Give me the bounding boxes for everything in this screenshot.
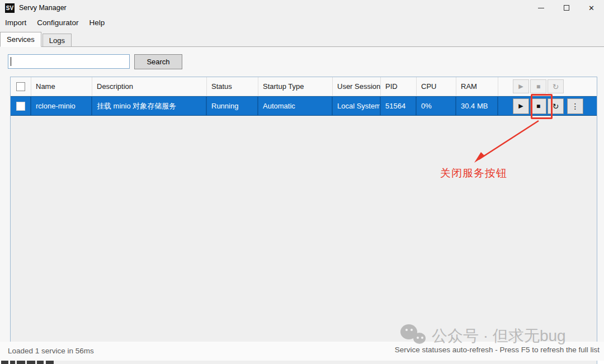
app-window: SV Servy Manager ✕ Import Configurator H… xyxy=(0,0,604,364)
row-checkbox[interactable] xyxy=(16,102,25,111)
refresh-icon: ↻ xyxy=(553,102,559,110)
watermark: 公众号 · 但求无bug xyxy=(400,324,566,348)
start-all-button[interactable]: ▶ xyxy=(513,79,529,93)
watermark-text: 公众号 · 但求无bug xyxy=(432,325,566,347)
table-row[interactable]: rclone-minio 挂载 minio 对象存储服务 Running Aut… xyxy=(11,96,597,116)
close-button[interactable]: ✕ xyxy=(579,0,604,16)
column-header-status[interactable]: Status xyxy=(207,77,258,96)
header-checkbox-cell xyxy=(11,77,31,96)
cell-status: Running xyxy=(207,97,258,115)
maximize-icon xyxy=(564,5,569,11)
start-service-button[interactable]: ▶ xyxy=(513,98,529,114)
annotation-arrow xyxy=(459,115,548,171)
column-header-name[interactable]: Name xyxy=(31,77,92,96)
column-header-user-session[interactable]: User Session xyxy=(333,77,381,96)
kebab-menu-icon: ⋮ xyxy=(572,102,579,111)
more-actions-button[interactable]: ⋮ xyxy=(567,98,583,114)
annotation-label: 关闭服务按钮 xyxy=(440,166,507,181)
tab-logs[interactable]: Logs xyxy=(43,34,72,46)
cell-cpu: 0% xyxy=(417,97,456,115)
search-input[interactable] xyxy=(8,54,130,69)
minimize-icon xyxy=(538,8,544,8)
refresh-icon: ↻ xyxy=(553,83,559,91)
play-icon: ▶ xyxy=(518,102,523,110)
close-icon: ✕ xyxy=(588,4,594,12)
stop-icon: ■ xyxy=(536,83,540,91)
maximize-button[interactable] xyxy=(554,0,579,16)
cell-ram: 30.4 MB xyxy=(456,97,498,115)
play-icon: ▶ xyxy=(518,83,523,90)
menu-help[interactable]: Help xyxy=(89,18,105,27)
column-header-startup-type[interactable]: Startup Type xyxy=(258,77,333,96)
app-icon: SV xyxy=(5,3,15,13)
column-header-description[interactable]: Description xyxy=(92,77,207,96)
cell-name: rclone-minio xyxy=(31,97,92,115)
services-tab-panel: Search Name Description Status Startup T… xyxy=(0,47,604,342)
tab-strip: Services Logs xyxy=(0,30,604,47)
search-button[interactable]: Search xyxy=(134,54,182,69)
wechat-icon xyxy=(400,324,430,348)
cell-user-session: Local System xyxy=(333,97,381,115)
cell-description: 挂载 minio 对象存储服务 xyxy=(92,97,207,115)
window-title: Servy Manager xyxy=(19,4,67,12)
stop-all-button[interactable]: ■ xyxy=(530,79,546,93)
cell-startup-type: Automatic xyxy=(258,97,333,115)
row-checkbox-cell xyxy=(11,97,31,115)
column-header-ram[interactable]: RAM xyxy=(456,77,498,96)
status-loaded-text: Loaded 1 service in 56ms xyxy=(8,347,94,355)
menu-configurator[interactable]: Configurator xyxy=(37,18,78,27)
select-all-checkbox[interactable] xyxy=(16,82,25,91)
tab-services[interactable]: Services xyxy=(0,32,41,47)
clipped-text-fragment xyxy=(0,361,67,364)
minimize-button[interactable] xyxy=(528,0,554,16)
header-actions-cell: ▶ ■ ↻ xyxy=(498,77,597,96)
text-caret xyxy=(11,57,11,66)
column-header-cpu[interactable]: CPU xyxy=(417,77,456,96)
cell-pid: 51564 xyxy=(381,97,417,115)
restart-all-button[interactable]: ↻ xyxy=(548,79,564,93)
menu-bar: Import Configurator Help xyxy=(0,16,604,30)
table-header-row: Name Description Status Startup Type Use… xyxy=(11,77,597,96)
menu-import[interactable]: Import xyxy=(5,18,26,27)
column-header-pid[interactable]: PID xyxy=(381,77,417,96)
title-bar: SV Servy Manager ✕ xyxy=(0,0,604,16)
